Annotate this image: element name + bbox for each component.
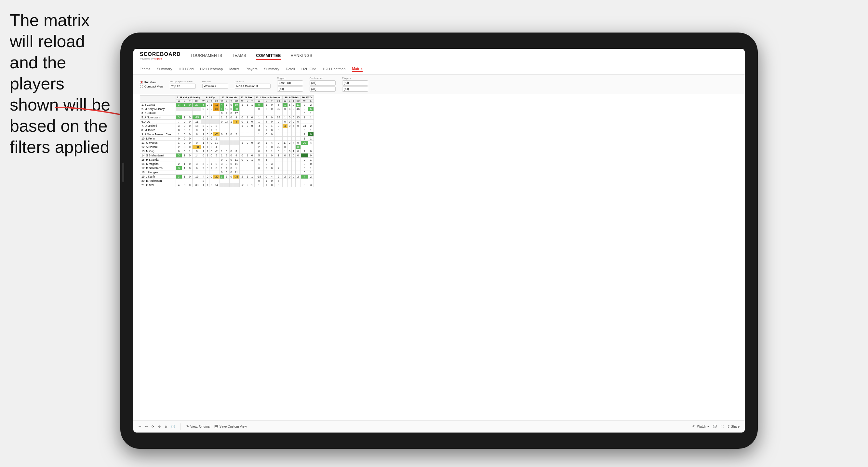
conference-select[interactable]: (All) [310,80,336,86]
subnav-h2hheatmap2[interactable]: H2H Heatmap [323,66,346,71]
players-select[interactable]: (All) [342,80,368,86]
clock-button[interactable]: 🕐 [171,425,175,428]
col-group-6: 38. A Webb [282,96,301,99]
table-row: 6. A Dy 70011 01414 010 1400 0000 [140,120,314,124]
matrix-area[interactable]: 2. M Kelly Mulcahy 6. A Dy 11. G Woods 2… [133,94,745,420]
player-col-header [140,96,176,103]
subnav-summary2[interactable]: Summary [264,66,279,71]
logo-area: SCOREBOARD Powered by clippd [140,51,181,60]
region-label: Region [277,77,303,80]
watch-icon: 👁 [692,425,695,428]
nav-rankings[interactable]: RANKINGS [291,52,313,60]
table-row: 9. A Maria Jimenez Rios 1006 100-7 0102 … [140,132,314,136]
redo-button[interactable]: ↪ [145,425,148,428]
matrix-table: 2. M Kelly Mulcahy 6. A Dy 11. G Woods 2… [140,95,314,187]
compact-view-label: Compact View [145,85,163,88]
max-players-filter: Max players in view Top 25 [170,80,196,89]
col-group-2: 6. A Dy [201,96,219,99]
max-players-label: Max players in view [170,80,196,83]
subnav-summary1[interactable]: Summary [157,66,172,71]
compact-view-radio[interactable]: Compact View [140,85,163,88]
refresh-button[interactable]: ⟳ [152,425,154,428]
col-group-4: 21. O Stoll [239,96,254,99]
table-row: 18. J Hodgson 00011 01 [140,170,314,175]
col-group-7: 60. W Za [301,96,313,99]
nav-committee[interactable]: COMMITTEE [256,52,281,60]
subnav-h2hgrid2[interactable]: H2H Grid [302,66,316,71]
region-filter: Region East - DII (All) [277,77,303,92]
subnav-players[interactable]: Players [246,66,257,71]
table-row: 8. M Torres 0010 1012 0108 01 [140,128,314,132]
table-row: 3. S Jelinek 02017 01 [140,111,314,116]
share-button[interactable]: ⤴ Share [728,425,740,428]
nav-teams[interactable]: TEAMS [232,52,247,60]
table-row: 20. E Andersson 2 0108 [140,179,314,183]
zoom-in-button[interactable]: ⊕ [164,425,167,428]
subnav-matrix1[interactable]: Matrix [229,66,239,71]
eye-icon: 👁 [186,425,189,428]
conference-label: Conference [310,77,336,80]
table-row: 19. J Karrh 31019 400-20 310-35 211 -180… [140,175,314,179]
zoom-out-button[interactable]: ⊖ [158,425,161,428]
tablet-frame: SCOREBOARD Powered by clippd TOURNAMENTS… [120,33,758,449]
save-custom-button[interactable]: 💾 Save Custom View [214,425,247,428]
sub-nav: Teams Summary H2H Grid H2H Heatmap Matri… [133,63,745,75]
max-players-select[interactable]: Top 25 [170,84,196,89]
table-row: 13. N Klug 0010 110-2 1003 0210 1010 10 [140,149,314,154]
division-filter: Division NCAA Division II [235,80,271,89]
gender-filter: Gender Women's [202,80,228,89]
undo-button[interactable]: ↩ [138,425,141,428]
full-view-radio-circle [140,81,143,84]
region-select[interactable]: East - DII [277,80,303,86]
table-row: 5. A Nomrowski 310-15 101 1109 010 14025… [140,116,314,120]
watch-button[interactable]: 👁 Watch ▾ [692,425,709,428]
division-label: Division [235,80,271,83]
nav-items: TOURNAMENTS TEAMS COMMITTEE RANKINGS [191,52,313,60]
save-icon: 💾 [214,425,218,428]
bottom-toolbar: ↩ ↪ ⟳ ⊖ ⊕ 🕐 👁 View: Original 💾 Save Cust… [133,420,745,433]
full-view-label: Full View [145,81,156,84]
subnav-h2hheatmap1[interactable]: H2H Heatmap [200,66,223,71]
expand-button[interactable]: ⛶ [721,425,724,428]
table-row: 17. D Ballesteros 3106 2010 1101 0207 01 [140,166,314,170]
players-filter: Players (All) (All) [342,77,368,92]
subnav-detail[interactable]: Detail [286,66,295,71]
filters-bar: Full View Compact View Max players in vi… [133,75,745,94]
col-group-5: 23. L Marie Schumac [254,96,282,99]
table-row: 14. S Srichantamit 31014 0105 1204 010 5… [140,154,314,158]
share-icon: ⤴ [728,425,730,428]
annotation-text: The matrix will reload and the players s… [10,10,114,158]
subnav-matrix2[interactable]: Matrix [352,66,362,72]
logo-scoreboard: SCOREBOARD [140,51,181,57]
logo-powered: Powered by clippd [140,57,181,60]
conference-filter: Conference (All) (All) [310,77,336,92]
gender-select[interactable]: Women's [202,84,228,89]
table-row: 15. H Stranda 02011 001 05 01 [140,158,314,162]
players-label: Players [342,77,368,80]
subnav-h2hgrid1[interactable]: H2H Grid [179,66,193,71]
comment-button[interactable]: 💬 [713,425,717,428]
table-row: 7. O Mitchell 30018 2202 120 -4010 4040 … [140,124,314,128]
table-row: 11. G Woods 1000 14011 100 14140 17240 2… [140,141,314,145]
col-group-1: 2. M Kelly Mulcahy [176,96,201,99]
tablet-screen: SCOREBOARD Powered by clippd TOURNAMENTS… [133,49,745,433]
table-row: 2. M Kelly Mulcahy 07040 110050 02035 06… [140,107,314,111]
region-all-select[interactable]: (All) [277,87,303,92]
subnav-teams[interactable]: Teams [140,66,150,71]
conference-all-select[interactable]: (All) [310,87,336,92]
division-select[interactable]: NCAA Division II [235,84,271,89]
col-group-3: 11. G Woods [219,96,239,99]
view-original-button[interactable]: 👁 View: Original [186,425,210,428]
players-all-select[interactable]: (All) [342,87,368,92]
table-row: 1. J Garcia 31027 301-11 41050 111 0106 … [140,103,314,107]
nav-tournaments[interactable]: TOURNAMENTS [191,52,222,60]
full-view-radio[interactable]: Full View [140,81,163,84]
compact-view-radio-circle [140,85,143,88]
gender-label: Gender [202,80,228,83]
table-row: 10. L Perini 000 0102 11 [140,136,314,141]
table-row: 21. O Stoll 40033 11014 -221 1109 03 [140,183,314,187]
top-nav: SCOREBOARD Powered by clippd TOURNAMENTS… [133,49,745,63]
table-row: 12. A Bianchi 200-58 1104 20025 08 [140,145,314,149]
table-row: 16. K Mcgaha 2103 3010 30011 103 00 [140,162,314,166]
toolbar-divider-1 [180,424,181,430]
